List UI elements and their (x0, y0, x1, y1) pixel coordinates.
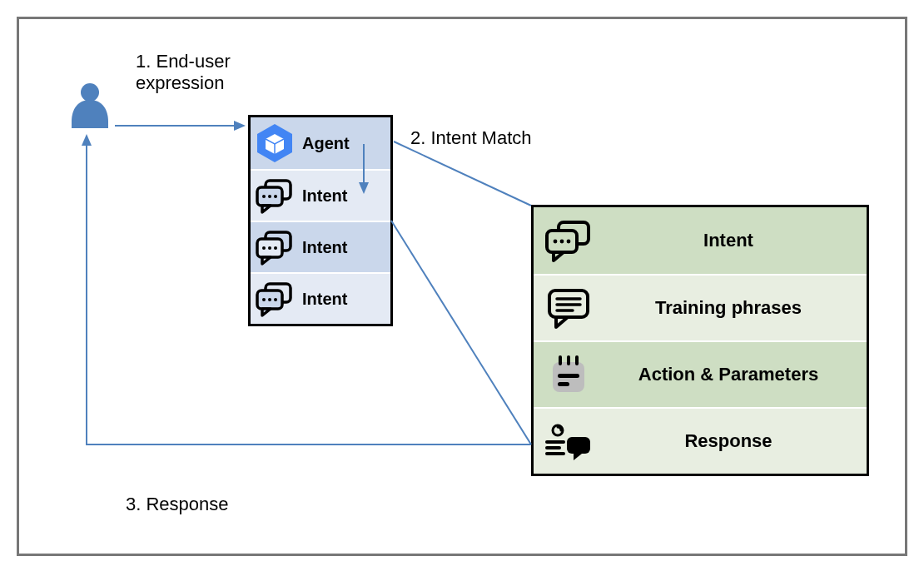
svg-line-44 (391, 221, 531, 444)
svg-marker-42 (359, 182, 369, 194)
connectors (19, 19, 905, 554)
svg-line-43 (394, 142, 531, 206)
svg-marker-47 (82, 134, 92, 146)
svg-marker-40 (234, 121, 246, 131)
diagram-canvas: 1. End-user expression 2. Intent Match 3… (17, 17, 907, 556)
